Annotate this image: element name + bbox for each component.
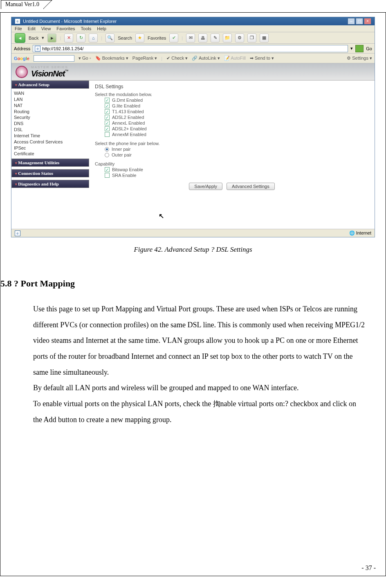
label-annexm: AnnexM Enabled [112,132,146,137]
google-sendto[interactable]: ➡ Send to ▾ [250,56,274,61]
forward-button[interactable]: ► [47,34,56,42]
label-outer-pair: Outer pair [112,152,132,157]
maximize-button[interactable]: □ [356,18,363,25]
google-go[interactable]: ▾ Go ◦ [79,56,91,61]
search-label[interactable]: Search [118,36,132,40]
paragraph-1: Use this page to set up Port Mapping and… [33,301,365,380]
sidebar-links: WAN LAN NAT Routing Security DNS DSL Int… [11,89,89,159]
menu-file[interactable]: File [15,26,22,31]
dsl-settings-title: DSL Settings [95,84,369,89]
google-settings[interactable]: ⚙ Settings ▾ [347,56,372,61]
menu-tools[interactable]: Tools [81,26,92,31]
sidebar-management[interactable]: Management Utilities [11,159,89,167]
sidebar-item-dns[interactable]: DNS [14,121,87,127]
radio-inner-pair[interactable] [105,147,109,152]
back-button[interactable]: ◄ [15,33,25,43]
label-inner-pair: Inner pair [112,147,130,152]
router-page: MASTER SERIES VisionNet™ Advanced Setup … [11,63,375,193]
checkbox-adsl2plus[interactable] [105,126,110,131]
minimize-button[interactable]: – [348,18,355,25]
tool-icon-1[interactable]: ⚙ [235,34,244,42]
brand-logo-icon [16,66,28,78]
stop-button[interactable]: ✕ [64,34,73,42]
mail-icon[interactable]: ✉ [186,34,195,42]
save-apply-button[interactable]: Save/Apply [189,183,222,190]
checkbox-glite[interactable] [105,103,110,108]
label-adsl2: ADSL2 Enabled [112,115,144,120]
refresh-button[interactable]: ↻ [76,34,85,42]
favorites-label[interactable]: Favorites [148,36,166,40]
sidebar-item-lan[interactable]: LAN [14,96,87,103]
address-url: http://192.168.1.254/ [42,46,83,51]
google-autofill[interactable]: 📝 AutoFill [224,56,246,61]
back-label: Back [29,36,38,40]
content-area: DSL Settings Select the modulation below… [89,80,375,193]
checkbox-t1413[interactable] [105,109,110,114]
sidebar-item-ipsec[interactable]: IPSec [14,145,87,151]
radio-outer-pair[interactable] [105,153,109,157]
checkbox-annexm[interactable] [105,132,110,137]
menu-favorites[interactable]: Favorites [56,26,75,31]
menu-bar: File Edit View Favorites Tools Help [11,25,375,32]
google-autolink[interactable]: 🔗 AutoLink ▾ [192,56,220,61]
history-icon[interactable]: ✔ [169,34,178,42]
checkbox-bitswap[interactable] [105,167,110,172]
menu-view[interactable]: View [41,26,51,31]
menu-help[interactable]: Help [97,26,106,31]
search-icon[interactable]: 🔍 [105,34,114,42]
google-bookmarks[interactable]: 🔖 Bookmarks ▾ [95,56,128,61]
checkbox-annexl[interactable] [105,121,110,125]
folder-icon[interactable]: 📁 [223,34,232,42]
router-banner: MASTER SERIES VisionNet™ [11,63,375,80]
favorites-icon[interactable]: ★ [135,34,144,42]
checkbox-adsl2[interactable] [105,115,110,120]
window-titlebar: e Untitled Document - Microsoft Internet… [11,17,375,25]
address-input[interactable]: e http://192.168.1.254/ [33,45,348,52]
sidebar-item-certificate[interactable]: Certificate [14,151,87,157]
sidebar-item-access-control[interactable]: Access Control Services [14,139,87,145]
page-icon: e [35,46,40,51]
paragraph-3: To enable virtual ports on the physical … [33,396,365,427]
advanced-settings-button[interactable]: Advanced Settings [227,183,275,190]
menu-edit[interactable]: Edit [28,26,36,31]
edit-icon[interactable]: ✎ [211,34,220,42]
close-button[interactable]: × [364,18,371,25]
pair-label: Select the phone line pair below. [95,141,369,146]
label-sra: SRA Enable [112,173,136,178]
sidebar-item-internet-time[interactable]: Internet Time [14,133,87,139]
sidebar-item-routing[interactable]: Routing [14,109,87,115]
sidebar-diagnostics[interactable]: Diagnostics and Help [11,180,89,188]
page-number: - 37 - [361,564,376,572]
address-dropdown-icon[interactable]: ▾ [350,46,353,51]
google-pagerank[interactable]: PageRank ▾ [132,56,157,61]
sidebar-connection-status[interactable]: Connection Status [11,169,89,177]
google-search-input[interactable] [34,55,74,62]
go-label: Go [366,46,372,51]
label-glite: G.lite Enabled [112,103,140,108]
checkbox-sra[interactable] [105,173,110,178]
sidebar: Advanced Setup WAN LAN NAT Routing Secur… [11,80,89,193]
sidebar-item-security[interactable]: Security [14,114,87,121]
section-heading: 5.8 ? Port Mapping [0,278,377,289]
sidebar-advanced-setup[interactable]: Advanced Setup [11,80,89,89]
print-icon[interactable]: 🖶 [198,34,207,42]
status-bar: e 🌐 Internet [11,229,375,237]
sidebar-item-nat[interactable]: NAT [14,103,87,109]
brand-master: MASTER SERIES [31,65,68,69]
sidebar-item-dsl[interactable]: DSL [14,127,87,133]
modulation-label: Select the modulation below. [95,92,369,97]
back-dropdown-icon[interactable]: ▾ [42,35,44,40]
sidebar-item-wan[interactable]: WAN [14,90,87,96]
label-bitswap: Bitswap Enable [112,167,143,172]
google-check[interactable]: ✔ Check ▾ [166,56,188,61]
tool-icon-3[interactable]: ▦ [260,34,269,42]
window-title: Untitled Document - Microsoft Internet E… [23,19,117,24]
tool-icon-2[interactable]: ❐ [247,34,256,42]
checkbox-gdmt[interactable] [105,98,110,103]
go-button[interactable] [355,45,364,52]
header-tab: Manual Ver1.0 [1,0,44,9]
home-button[interactable]: ⌂ [89,34,98,42]
address-bar-row: Address e http://192.168.1.254/ ▾ Go [11,44,375,54]
status-internet: 🌐 Internet [349,230,371,236]
cursor-icon: ↖ [159,212,164,220]
